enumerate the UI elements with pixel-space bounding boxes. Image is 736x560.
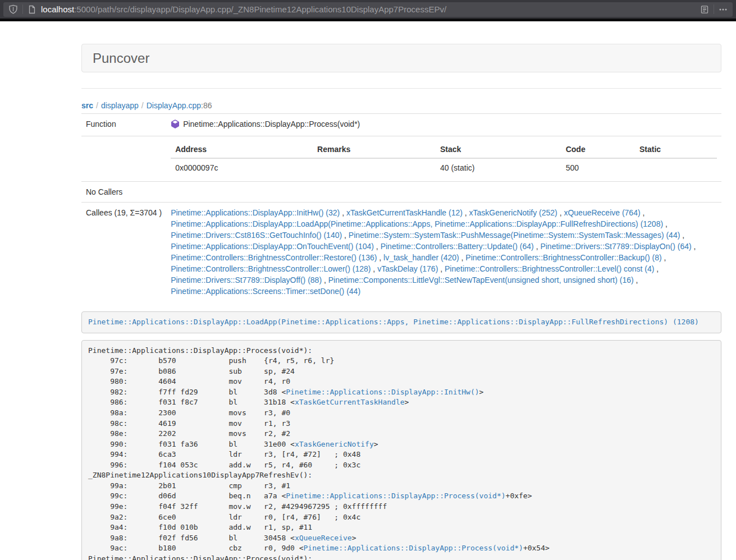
callee-separator: , [371, 264, 377, 273]
metric-value [635, 158, 717, 177]
callee-separator: , [342, 231, 349, 240]
callee-link[interactable]: Pinetime::Controllers::BrightnessControl… [445, 264, 654, 273]
metrics-cell: AddressRemarksStackCodeStatic 0x0000097c… [166, 136, 721, 182]
callee-link[interactable]: lv_task_handler (420) [383, 253, 459, 262]
url-host: localhost [41, 4, 74, 14]
breadcrumb-link[interactable]: src [81, 101, 93, 110]
function-symbol-cell: Pinetime::Applications::DisplayApp::Proc… [166, 114, 721, 136]
assembly-listing: Pinetime::Applications::DisplayApp::Proc… [81, 340, 721, 560]
callee-link[interactable]: Pinetime::Applications::Screens::Timer::… [171, 287, 360, 296]
callers-cell [166, 182, 721, 203]
callee-separator: , [463, 208, 469, 217]
callees-row: Callees (19, Σ=3704 ) Pinetime::Applicat… [81, 203, 721, 302]
page-actions-menu-icon[interactable] [719, 5, 728, 14]
callers-label: No Callers [81, 182, 166, 203]
callee-link[interactable]: Pinetime::Controllers::BrightnessControl… [171, 264, 371, 273]
url-bar[interactable]: localhost:5000/path/src/displayapp/Displ… [3, 2, 733, 17]
asm-symbol-link[interactable]: xTaskGenericNotify [295, 440, 374, 448]
loadapp-snippet-link[interactable]: Pinetime::Applications::DisplayApp::Load… [88, 318, 699, 326]
callee-link[interactable]: Pinetime::Drivers::St7789::DisplayOn() (… [540, 242, 691, 251]
callee-separator: , [680, 231, 684, 240]
callee-separator: , [557, 208, 564, 217]
asm-symbol-link[interactable]: xTaskGetCurrentTaskHandle [295, 398, 405, 406]
page-info-icon[interactable] [28, 5, 36, 14]
asm-symbol-link[interactable]: xQueueReceive [295, 534, 352, 542]
callee-link[interactable]: Pinetime::Applications::DisplayApp::OnTo… [171, 242, 374, 251]
function-symbol: Pinetime::Applications::DisplayApp::Proc… [183, 120, 360, 128]
metrics-row: AddressRemarksStackCodeStatic 0x0000097c… [81, 136, 721, 182]
url-path: :5000/path/src/displayapp/DisplayApp.cpp… [74, 4, 446, 14]
metric-value: 500 [561, 158, 635, 177]
breadcrumb-separator: / [93, 101, 101, 110]
breadcrumb-link[interactable]: DisplayApp.cpp [147, 101, 201, 110]
callee-separator: , [459, 253, 466, 262]
function-label: Function [81, 114, 166, 136]
loadapp-snippet-block: Pinetime::Applications::DisplayApp::Load… [81, 311, 721, 333]
callee-link[interactable]: Pinetime::Components::LittleVgl::SetNewT… [328, 276, 634, 284]
column-header: Remarks [313, 141, 436, 158]
callee-link[interactable]: xTaskGetCurrentTaskHandle (12) [346, 208, 463, 217]
callees-cell: Pinetime::Applications::DisplayApp::Init… [166, 203, 721, 302]
metrics-value-row: 0x0000097c40 (static)500 [171, 158, 717, 177]
callee-separator: , [663, 219, 668, 228]
callee-separator: , [374, 242, 381, 251]
callers-row: No Callers [81, 182, 721, 203]
callee-separator: , [692, 242, 696, 251]
asm-symbol-link[interactable]: Pinetime::Applications::DisplayApp::Proc… [286, 492, 505, 500]
page-title-panel: Puncover [81, 44, 721, 72]
callee-link[interactable]: Pinetime::System::SystemTask::PushMessag… [349, 231, 680, 240]
metrics-table: AddressRemarksStackCodeStatic 0x0000097c… [171, 141, 717, 177]
breadcrumb-line-number: :86 [201, 101, 212, 110]
callee-link[interactable]: Pinetime::Applications::DisplayApp::Init… [171, 208, 340, 217]
callee-separator: , [340, 208, 346, 217]
callee-separator: , [634, 276, 638, 284]
callee-link[interactable]: vTaskDelay (176) [377, 264, 438, 273]
column-header: Static [635, 141, 717, 158]
callee-link[interactable]: Pinetime::Controllers::Battery::Update()… [381, 242, 534, 251]
callee-link[interactable]: Pinetime::Controllers::BrightnessControl… [171, 253, 377, 262]
callees-label: Callees (19, Σ=3704 ) [81, 203, 166, 302]
urlbar-divider [714, 4, 714, 14]
reader-mode-icon[interactable] [700, 5, 709, 14]
empty-label-cell [81, 136, 166, 182]
column-header: Code [561, 141, 635, 158]
callee-separator: , [438, 264, 445, 273]
callee-link[interactable]: xTaskGenericNotify (252) [469, 208, 557, 217]
tracking-protection-shield-icon[interactable] [8, 4, 18, 14]
package-cube-icon [171, 120, 180, 131]
breadcrumb: src/displayapp/DisplayApp.cpp:86 [81, 100, 721, 111]
callee-link[interactable]: Pinetime::Drivers::St7789::DisplayOff() … [171, 276, 322, 284]
asm-symbol-link[interactable]: Pinetime::Applications::DisplayApp::Proc… [304, 544, 523, 552]
callee-separator: , [377, 253, 383, 262]
callee-link[interactable]: Pinetime::Applications::DisplayApp::Load… [171, 219, 663, 228]
callee-separator: , [662, 253, 666, 262]
function-row: Function Pinetime::Applications::Display… [81, 114, 721, 136]
breadcrumb-separator: / [139, 101, 147, 110]
metric-value [313, 158, 436, 177]
callee-link[interactable]: Pinetime::Controllers::BrightnessControl… [465, 253, 661, 262]
callee-separator: , [322, 276, 328, 284]
browser-toolbar: localhost:5000/path/src/displayapp/Displ… [0, 0, 736, 19]
urlbar-divider [22, 4, 23, 14]
symbol-table: Function Pinetime::Applications::Display… [81, 113, 721, 301]
metric-value: 0x0000097c [171, 158, 313, 177]
metrics-header-row: AddressRemarksStackCodeStatic [171, 141, 717, 158]
callee-separator: , [641, 208, 645, 217]
callee-separator: , [654, 264, 659, 273]
divider-rule [81, 88, 721, 89]
puncover-page: Puncover src/displayapp/DisplayApp.cpp:8… [81, 21, 721, 560]
page-title: Puncover [93, 51, 149, 66]
asm-symbol-link[interactable]: Pinetime::Applications::DisplayApp::Init… [286, 388, 479, 396]
callee-separator: , [534, 242, 541, 251]
column-header: Stack [436, 141, 561, 158]
breadcrumb-link[interactable]: displayapp [101, 101, 139, 110]
callee-link[interactable]: Pinetime::Drivers::Cst816S::GetTouchInfo… [171, 231, 342, 240]
url-text[interactable]: localhost:5000/path/src/displayapp/Displ… [41, 4, 700, 14]
callee-link[interactable]: xQueueReceive (764) [564, 208, 640, 217]
column-header: Address [171, 141, 313, 158]
metric-value: 40 (static) [436, 158, 561, 177]
